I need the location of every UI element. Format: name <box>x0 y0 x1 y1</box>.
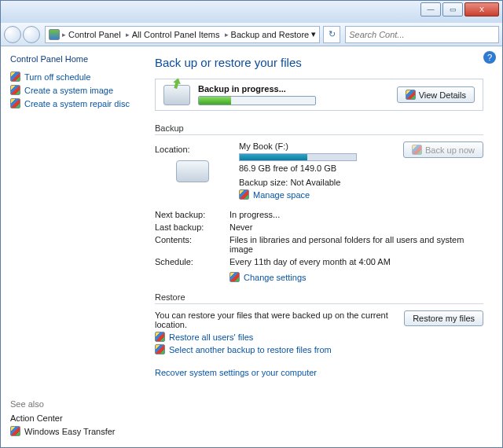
left-sidebar: Control Panel Home Turn off schedule Cre… <box>1 46 142 447</box>
last-backup-value: Never <box>229 222 483 232</box>
nav-forward-button[interactable] <box>23 26 40 43</box>
next-backup-label: Next backup: <box>155 210 229 219</box>
sidebar-link-create-repair-disc[interactable]: Create a system repair disc <box>10 98 133 108</box>
shield-icon <box>412 145 422 155</box>
breadcrumb-0[interactable]: Control Panel <box>68 30 121 39</box>
minimize-button[interactable]: — <box>420 2 441 17</box>
shield-icon <box>10 72 20 82</box>
location-value: My Book (F:) <box>239 141 394 151</box>
maximize-button[interactable]: ▭ <box>442 2 463 17</box>
address-toolbar: ▸Control Panel ▸All Control Panel Items … <box>1 23 502 46</box>
backup-section-label: Backup <box>155 119 483 135</box>
sidebar-link-create-system-image[interactable]: Create a system image <box>10 85 133 95</box>
contents-label: Contents: <box>155 235 229 254</box>
window-titlebar: — ▭ X <box>1 1 502 23</box>
backup-progress-bar <box>198 96 316 105</box>
manage-space-link[interactable]: Manage space <box>239 189 394 200</box>
shield-icon <box>155 332 165 342</box>
shield-icon <box>406 90 416 100</box>
restore-my-files-button[interactable]: Restore my files <box>404 310 483 326</box>
shield-icon <box>10 85 20 95</box>
drive-icon <box>176 160 209 182</box>
backup-progress-box: Backup in progress... View Details <box>155 79 483 111</box>
see-also-action-center[interactable]: Action Center <box>10 413 133 423</box>
restore-blurb: You can restore your files that were bac… <box>155 310 395 329</box>
refresh-button[interactable]: ↻ <box>323 26 340 43</box>
next-backup-value: In progress... <box>229 210 483 219</box>
breadcrumb[interactable]: ▸Control Panel ▸All Control Panel Items … <box>45 26 320 43</box>
breadcrumb-dropdown-icon[interactable]: ▾ <box>311 29 316 39</box>
close-button[interactable]: X <box>464 2 499 17</box>
see-also-easy-transfer[interactable]: Windows Easy Transfer <box>10 426 133 436</box>
help-icon[interactable]: ? <box>483 51 496 64</box>
breadcrumb-1[interactable]: All Control Panel Items <box>132 30 220 39</box>
search-input[interactable] <box>345 26 499 43</box>
restore-section-label: Restore <box>155 288 483 304</box>
select-another-backup-link[interactable]: Select another backup to restore files f… <box>155 344 395 354</box>
shield-icon <box>155 344 165 354</box>
backup-status-text: Backup in progress... <box>198 84 389 94</box>
contents-value: Files in libraries and personal folders … <box>229 235 483 254</box>
shield-icon <box>10 98 20 108</box>
location-label: Location: <box>155 145 229 154</box>
recover-system-link[interactable]: Recover system settings or your computer <box>155 368 317 377</box>
backup-size-text: Backup size: Not Available <box>239 178 394 187</box>
disk-space-bar <box>239 153 357 161</box>
schedule-value: Every 11th day of every month at 4:00 AM <box>229 257 483 266</box>
see-also-label: See also <box>10 399 133 409</box>
disk-space-text: 86.9 GB free of 149.0 GB <box>239 163 394 173</box>
shield-icon <box>239 189 249 200</box>
schedule-label: Schedule: <box>155 257 229 266</box>
nav-back-button[interactable] <box>4 26 21 43</box>
control-panel-icon <box>49 29 60 40</box>
last-backup-label: Last backup: <box>155 222 229 232</box>
drive-backup-icon <box>163 85 190 105</box>
restore-all-users-link[interactable]: Restore all users' files <box>155 332 395 342</box>
main-panel: ? Back up or restore your files Backup i… <box>142 46 502 447</box>
change-settings-link[interactable]: Change settings <box>229 272 483 282</box>
back-up-now-button[interactable]: Back up now <box>403 141 483 158</box>
control-panel-home-link[interactable]: Control Panel Home <box>10 54 133 64</box>
view-details-button[interactable]: View Details <box>397 86 475 103</box>
shield-icon <box>229 272 240 282</box>
shield-icon <box>10 426 20 436</box>
page-title: Back up or restore your files <box>155 56 483 69</box>
breadcrumb-2[interactable]: Backup and Restore <box>231 30 310 39</box>
sidebar-link-turn-off-schedule[interactable]: Turn off schedule <box>10 72 133 82</box>
